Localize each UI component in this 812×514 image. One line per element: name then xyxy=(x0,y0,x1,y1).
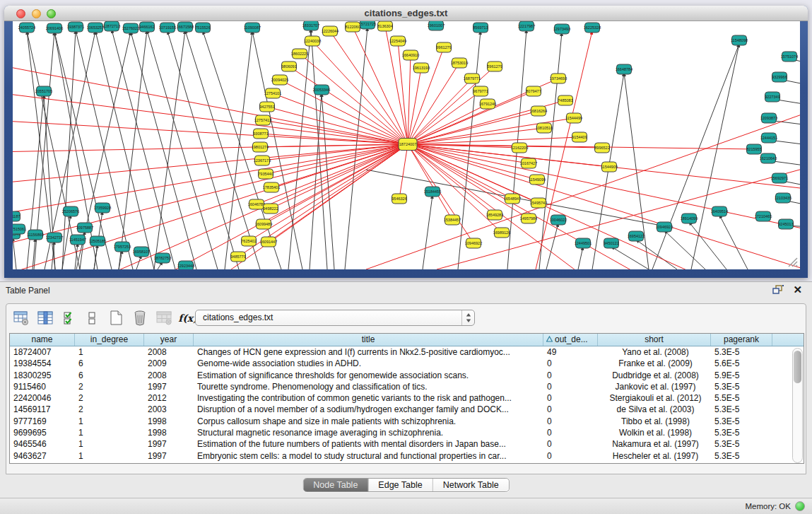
svg-text:16816264: 16816264 xyxy=(530,109,547,113)
svg-text:12923448: 12923448 xyxy=(177,264,194,268)
table-cell: 9465546 xyxy=(10,438,75,450)
float-panel-icon[interactable] xyxy=(772,285,784,295)
svg-text:15184455: 15184455 xyxy=(424,189,441,194)
table-cell: 2008 xyxy=(144,346,194,358)
table-cell: Disruption of a novel member of a sodium… xyxy=(194,404,543,415)
table-row[interactable]: 1872400712008Changes of HCN gene express… xyxy=(10,346,804,358)
table-cell: 1 xyxy=(75,346,144,358)
table-row[interactable]: 977716911998Corpus callosum shape and si… xyxy=(10,416,804,427)
svg-text:12973493: 12973493 xyxy=(553,27,570,31)
svg-text:12240038: 12240038 xyxy=(304,39,321,43)
svg-text:9308771: 9308771 xyxy=(253,132,268,136)
svg-text:18753019: 18753019 xyxy=(451,61,468,65)
table-cell: 6 xyxy=(75,370,144,381)
memory-status-indicator[interactable] xyxy=(795,501,805,511)
svg-text:12505185: 12505185 xyxy=(89,239,106,243)
table-row[interactable]: 946362711997Embryonic stem cells: a mode… xyxy=(10,450,804,462)
svg-text:11544909: 11544909 xyxy=(601,165,618,169)
tab-network-table[interactable]: Network Table xyxy=(433,479,509,491)
delete-table-button[interactable] xyxy=(155,309,173,327)
select-all-checks-button[interactable] xyxy=(60,309,78,327)
window-title-bar[interactable]: citations_edges.txt xyxy=(4,6,808,21)
svg-text:19601007: 19601007 xyxy=(428,23,445,28)
svg-text:14957984: 14957984 xyxy=(520,216,537,221)
table-cell: Corpus callosum shape and size in male p… xyxy=(194,416,543,427)
table-cell: 0 xyxy=(543,438,598,450)
svg-text:7625402: 7625402 xyxy=(241,239,256,243)
nodes-layer: 2405572420691406193873711065325712872713… xyxy=(13,21,798,269)
svg-text:16791246: 16791246 xyxy=(479,102,496,106)
column-header-year[interactable]: year xyxy=(144,334,194,346)
svg-text:12342737: 12342737 xyxy=(46,235,63,240)
table-cell: 14569117 xyxy=(10,404,75,415)
table-cell: 2 xyxy=(75,381,144,392)
table-cell: 0 xyxy=(543,404,598,415)
svg-text:12093873: 12093873 xyxy=(760,116,777,120)
table-row[interactable]: 911546021997Tourette syndrome. Phenomeno… xyxy=(10,381,804,392)
table-cell: 6 xyxy=(75,358,144,369)
table-cell: 5.3E-5 xyxy=(711,427,772,438)
table-cell: 1997 xyxy=(144,438,194,450)
application-root: citations_edges.txt 24055724206914061938… xyxy=(0,0,812,514)
table-cell: 0 xyxy=(543,381,598,392)
table-row[interactable]: 1938455462009Genome-wide association stu… xyxy=(10,358,804,369)
svg-text:10046022: 10046022 xyxy=(550,218,567,222)
scrollbar-thumb[interactable] xyxy=(794,351,801,383)
table-settings-button[interactable] xyxy=(12,309,30,327)
column-header-pagerank[interactable]: pagerank xyxy=(711,334,772,346)
table-cell: Jankovic et al. (1997) xyxy=(598,381,711,392)
table-cell: Wolkin et al. (1998) xyxy=(598,427,711,438)
canvas-resize-grip[interactable] xyxy=(789,258,797,267)
new-table-button[interactable] xyxy=(107,309,125,327)
svg-text:10946922: 10946922 xyxy=(465,241,482,245)
delete-column-button[interactable] xyxy=(131,309,149,327)
table-selector-dropdown[interactable]: citations_edges.txt xyxy=(195,310,475,326)
table-row[interactable]: 1456911722003Disruption of a novel membe… xyxy=(10,404,804,415)
table-cell: 1 xyxy=(75,450,144,462)
table-panel-titlebar: Table Panel ✕ xyxy=(0,282,812,299)
svg-text:9485779: 9485779 xyxy=(230,255,245,259)
tab-edge-table[interactable]: Edge Table xyxy=(368,479,433,491)
table-cell: Tourette syndrome. Phenomenology and cla… xyxy=(194,381,543,392)
svg-text:18331707: 18331707 xyxy=(302,23,319,28)
table-row[interactable]: 969969511998Structural magnetic resonanc… xyxy=(10,427,804,438)
close-panel-icon[interactable]: ✕ xyxy=(793,284,802,296)
svg-text:9466162: 9466162 xyxy=(139,25,154,29)
column-header-name[interactable]: name xyxy=(10,334,75,346)
svg-text:9227349: 9227349 xyxy=(765,95,779,99)
vertical-scrollbar[interactable] xyxy=(792,348,803,463)
clear-checks-button[interactable] xyxy=(83,309,101,327)
svg-text:16210643: 16210643 xyxy=(760,156,777,160)
svg-text:19387371: 19387371 xyxy=(67,25,84,29)
tab-node-table[interactable]: Node Table xyxy=(303,479,368,491)
svg-text:9806091: 9806091 xyxy=(281,64,296,69)
svg-text:10719155: 10719155 xyxy=(159,25,176,30)
table-cell: 9463627 xyxy=(10,450,75,462)
column-header-title[interactable]: title xyxy=(194,334,543,346)
table-row[interactable]: 2242004622012Investigating the contribut… xyxy=(10,392,804,404)
table-row[interactable]: 946554611997Estimation of the future num… xyxy=(10,438,804,450)
column-header-in-degree[interactable]: in_degree xyxy=(75,334,144,346)
svg-text:12449501: 12449501 xyxy=(575,241,592,245)
table-cell: 1998 xyxy=(144,427,194,438)
table-cell: Changes of HCN gene expression and I(f) … xyxy=(194,346,543,358)
table-cell: 0 xyxy=(543,392,598,404)
column-header-out-de-[interactable]: out_de... xyxy=(543,334,598,346)
table-cell: 9115460 xyxy=(10,381,75,392)
svg-text:17515061: 17515061 xyxy=(13,227,26,231)
table-cell: 5.3E-5 xyxy=(711,438,772,450)
table-selector-value: citations_edges.txt xyxy=(203,313,273,322)
column-header-short[interactable]: short xyxy=(598,334,711,346)
table-cell: 22420046 xyxy=(10,392,75,404)
svg-text:18724007: 18724007 xyxy=(399,142,416,146)
table-cell: Dudbridge et al. (2008) xyxy=(598,370,711,381)
table-cell: Yano et al. (2008) xyxy=(598,346,711,358)
table-cell: 5.6E-5 xyxy=(711,358,772,369)
table-row[interactable]: 1830029562008Estimation of significance … xyxy=(10,370,804,381)
svg-text:11156869: 11156869 xyxy=(27,233,44,237)
memory-status-label: Memory: OK xyxy=(745,502,791,510)
svg-text:16409514: 16409514 xyxy=(711,209,728,214)
select-column-button[interactable] xyxy=(36,309,54,327)
svg-text:16879771: 16879771 xyxy=(464,76,481,81)
network-canvas[interactable]: 2405572420691406193873711065325712872713… xyxy=(13,21,800,269)
